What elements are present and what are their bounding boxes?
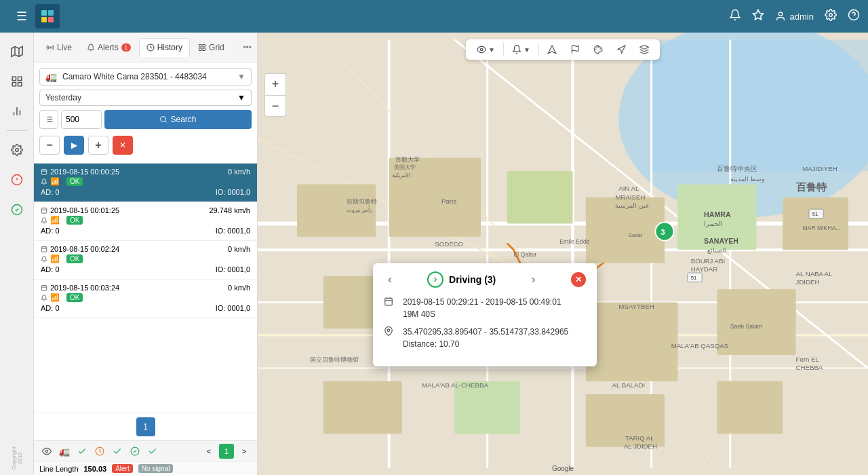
history-item-2[interactable]: 2019-08-15 00:01:25 29.748 km/h 📶 OK AD:… bbox=[34, 202, 257, 241]
search-button[interactable]: Search bbox=[104, 110, 252, 129]
notification-icon[interactable] bbox=[729, 9, 741, 24]
svg-text:الأمريكية: الأمريكية bbox=[392, 172, 410, 178]
hamburger-icon: ☰ bbox=[16, 9, 27, 24]
tab-history[interactable]: History bbox=[139, 38, 190, 57]
flag-map-button[interactable] bbox=[565, 42, 585, 57]
check-icon-1-toolbar[interactable] bbox=[75, 444, 90, 459]
circle-check-icon-toolbar[interactable] bbox=[127, 444, 142, 459]
play-button[interactable]: ▶ bbox=[64, 136, 84, 155]
svg-text:BOURJ ABI: BOURJ ABI bbox=[691, 257, 725, 265]
svg-rect-140 bbox=[385, 298, 393, 305]
svg-text:MRAISEH: MRAISEH bbox=[615, 193, 645, 201]
zoom-in-button[interactable]: + bbox=[264, 73, 286, 95]
svg-text:百貌大学: 百貌大学 bbox=[395, 156, 420, 163]
sidebar-item-reports[interactable] bbox=[3, 98, 31, 125]
check-icon-2-toolbar[interactable] bbox=[110, 444, 125, 459]
svg-rect-28 bbox=[199, 48, 202, 51]
svg-rect-86 bbox=[717, 381, 783, 434]
layers-map-button[interactable] bbox=[634, 42, 654, 57]
truck-icon-toolbar[interactable]: 🚛 bbox=[57, 444, 72, 459]
clock-icon-toolbar[interactable] bbox=[92, 444, 107, 459]
svg-text:الصنائع: الصنائع bbox=[707, 247, 726, 254]
user-menu[interactable]: admin bbox=[775, 11, 814, 22]
svg-text:MALA'AB QASQAS: MALA'AB QASQAS bbox=[671, 342, 729, 349]
check-icon-3-toolbar[interactable] bbox=[145, 444, 160, 459]
svg-point-137 bbox=[595, 50, 596, 50]
list-view-button[interactable] bbox=[39, 110, 58, 129]
tab-more-button[interactable]: ••• bbox=[243, 43, 252, 52]
svg-text:MAJIDIYEH: MAJIDIYEH bbox=[802, 165, 837, 172]
svg-text:عين المرسية: عين المرسية bbox=[615, 202, 648, 210]
stop-button[interactable]: ✕ bbox=[113, 136, 133, 155]
sidebar-item-check[interactable] bbox=[3, 196, 31, 223]
panel-tabs: Live Alerts 1 History Grid bbox=[34, 33, 257, 62]
svg-text:HAYDAR: HAYDAR bbox=[691, 265, 718, 273]
history-item-4[interactable]: 2019-08-15 00:03:24 0 km/h 📶 OK AD: 0 bbox=[34, 280, 257, 318]
svg-text:Forn EL: Forn EL bbox=[796, 356, 820, 363]
svg-text:51: 51 bbox=[812, 211, 818, 217]
popup-close-button[interactable]: ✕ bbox=[571, 272, 586, 287]
svg-rect-59 bbox=[652, 40, 868, 172]
svg-text:Saeb Salam: Saeb Salam bbox=[730, 323, 762, 330]
history-item-1[interactable]: 2019-08-15 00:00:25 0 km/h 📶 OK AD: 0 bbox=[34, 164, 257, 202]
history-ad-4: AD: 0 bbox=[41, 304, 60, 312]
history-list: 2019-08-15 00:00:25 0 km/h 📶 OK AD: 0 bbox=[34, 163, 257, 413]
bottom-toolbar: 🚛 bbox=[34, 440, 257, 461]
star-icon[interactable] bbox=[752, 9, 764, 24]
sidebar-item-dashboard[interactable] bbox=[3, 68, 31, 95]
svg-point-5 bbox=[778, 12, 782, 16]
history-ad-2: AD: 0 bbox=[41, 227, 60, 235]
history-date-3-text: 2019-08-15 00:02:24 bbox=[50, 245, 119, 253]
menu-button[interactable]: ☰ bbox=[8, 9, 35, 24]
svg-point-6 bbox=[829, 14, 833, 17]
page-prev-button[interactable]: < bbox=[201, 444, 216, 459]
popup-next-button[interactable]: › bbox=[528, 272, 539, 287]
map-area[interactable]: 百鲁特中央区 وسط المدينة MAJIDIYEH MAR MIKHA..… bbox=[258, 33, 868, 475]
history-io-2: IO: 0001,0 bbox=[216, 227, 250, 235]
history-date-2-text: 2019-08-15 00:01:25 bbox=[50, 206, 119, 214]
sidebar-divider bbox=[7, 130, 27, 131]
popup-title-text: Driving (3) bbox=[449, 274, 496, 285]
line-length-value: 150.03 bbox=[84, 465, 107, 473]
svg-rect-42 bbox=[41, 208, 47, 214]
sidebar-item-map[interactable] bbox=[3, 38, 31, 65]
sidebar-item-settings[interactable] bbox=[3, 136, 31, 164]
settings-icon[interactable] bbox=[825, 9, 837, 24]
vehicle-selector[interactable]: 🚛 Camaro White Cama 283501 - 4483034 ▼ bbox=[39, 68, 252, 86]
view-button[interactable]: ▼ bbox=[471, 42, 500, 57]
svg-marker-4 bbox=[753, 10, 763, 20]
direction-map-button[interactable] bbox=[542, 42, 562, 57]
history-date-1-text: 2019-08-15 00:00:25 bbox=[50, 168, 119, 176]
tab-alerts-label: Alerts bbox=[98, 43, 119, 52]
zoom-out-button[interactable]: − bbox=[264, 95, 286, 117]
eye-icon-toolbar[interactable] bbox=[39, 444, 54, 459]
popup-prev-button[interactable]: ‹ bbox=[384, 272, 395, 287]
rewind-button[interactable]: − bbox=[39, 136, 60, 155]
svg-rect-26 bbox=[199, 44, 202, 47]
toolbar-divider-1 bbox=[503, 43, 504, 56]
alert-map-button[interactable]: ▼ bbox=[507, 42, 536, 57]
no-signal-badge: No signal bbox=[138, 464, 174, 473]
svg-rect-38 bbox=[41, 170, 47, 174]
date-selector[interactable]: Yesterday ▼ bbox=[39, 90, 252, 106]
count-input[interactable] bbox=[61, 110, 102, 129]
history-item-3[interactable]: 2019-08-15 00:02:24 0 km/h 📶 OK AD: 0 bbox=[34, 241, 257, 280]
navigate-map-button[interactable] bbox=[611, 42, 631, 57]
svg-text:51: 51 bbox=[691, 275, 697, 281]
page-current-number[interactable]: 1 bbox=[219, 444, 234, 459]
sidebar-item-alert-status[interactable] bbox=[3, 166, 31, 193]
tab-grid[interactable]: Grid bbox=[191, 39, 231, 56]
copyright-text: Copyright2019 bbox=[11, 446, 23, 470]
svg-text:百鲁特: 百鲁特 bbox=[796, 181, 827, 193]
help-icon[interactable] bbox=[848, 9, 860, 24]
page-next-button[interactable]: > bbox=[237, 444, 252, 459]
svg-point-36 bbox=[161, 117, 166, 122]
history-date-4: 2019-08-15 00:03:24 bbox=[41, 284, 119, 292]
svg-text:TARIQ AL: TARIQ AL bbox=[625, 434, 654, 442]
popup-time-text: 2019-08-15 00:29:21 - 2019-08-15 00:49:0… bbox=[403, 296, 561, 320]
page-number[interactable]: 1 bbox=[136, 417, 155, 436]
palette-map-button[interactable] bbox=[588, 42, 608, 57]
forward-button[interactable]: + bbox=[88, 136, 108, 155]
tab-alerts[interactable]: Alerts 1 bbox=[80, 39, 138, 56]
tab-live[interactable]: Live bbox=[39, 39, 79, 56]
